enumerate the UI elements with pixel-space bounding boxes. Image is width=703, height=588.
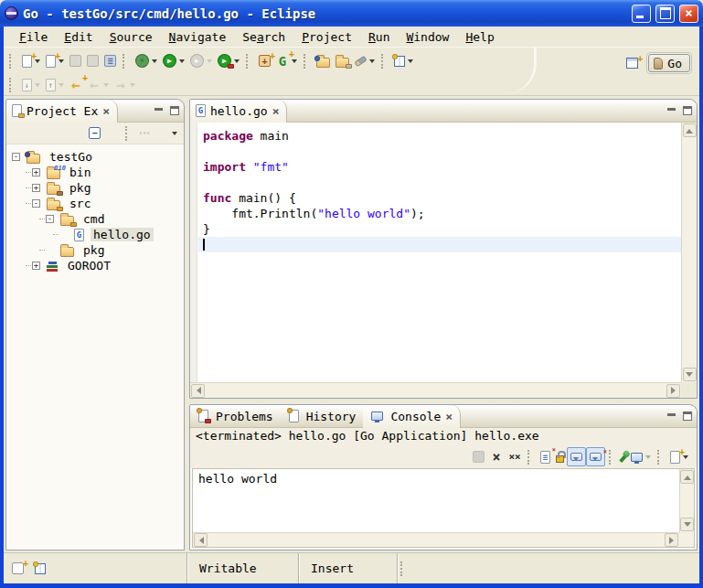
new-go-file-icon[interactable]: G+ <box>273 51 300 71</box>
display-console-icon[interactable] <box>628 447 654 467</box>
open-console-icon[interactable]: + <box>667 447 691 467</box>
close-button[interactable] <box>679 5 698 23</box>
run-last-icon[interactable]: ▶ <box>187 51 215 71</box>
project-explorer-tab[interactable]: Project Ex <box>6 100 118 123</box>
forward-icon[interactable]: → <box>112 75 138 95</box>
collapse-expander-icon[interactable]: - <box>32 199 40 208</box>
code-line[interactable] <box>198 144 681 159</box>
tree-item-cmd[interactable]: -cmd <box>6 211 184 227</box>
tree-item-label[interactable]: pkg <box>67 181 93 195</box>
run-icon[interactable]: ▶ <box>160 51 187 71</box>
console-vertical-scrollbar[interactable] <box>679 469 694 532</box>
debug-icon[interactable]: ☼ <box>133 51 160 71</box>
next-annotation-icon[interactable]: ↓ <box>19 75 43 95</box>
layout-columns-icon2[interactable] <box>32 559 48 579</box>
scroll-down-icon[interactable] <box>683 368 697 381</box>
console-horizontal-scrollbar[interactable] <box>193 532 679 547</box>
save-all-icon[interactable] <box>84 51 101 71</box>
code-line[interactable]: } <box>198 221 681 237</box>
menu-edit[interactable]: Edit <box>56 29 101 45</box>
remove-launch-icon[interactable]: × <box>487 447 506 467</box>
code-line[interactable]: func main() { <box>198 190 681 206</box>
maximize-editor-icon[interactable] <box>683 106 692 115</box>
clear-console-icon[interactable]: ≡× <box>538 447 553 467</box>
show-stderr-icon[interactable]: × <box>586 447 605 466</box>
remove-all-terminated-icon[interactable]: ×× <box>506 447 524 467</box>
menu-run[interactable]: Run <box>360 29 398 45</box>
editor-tab-hello-go[interactable]: G hello.go <box>190 100 287 123</box>
new-go-package-icon[interactable]: ++ <box>256 51 273 71</box>
new-icon[interactable]: + <box>19 51 43 71</box>
close-view-icon[interactable] <box>445 410 453 423</box>
collapse-expander-icon[interactable]: - <box>12 153 20 161</box>
maximize-button[interactable] <box>655 5 675 23</box>
scroll-left-icon[interactable] <box>194 533 208 547</box>
code-line[interactable]: import "fmt" <box>198 159 681 175</box>
project-folder-icon[interactable] <box>24 147 43 167</box>
menu-search[interactable]: Search <box>234 29 293 45</box>
tree-item-label[interactable]: pkg <box>80 243 107 257</box>
tab-problems[interactable]: Problems <box>190 405 281 428</box>
link-editor-icon[interactable] <box>103 123 122 144</box>
prev-annotation-icon[interactable]: ↑ <box>43 75 67 95</box>
menu-window[interactable]: Window <box>398 29 457 45</box>
pin-console-icon[interactable] <box>619 447 628 467</box>
current-line[interactable] <box>198 237 681 252</box>
scroll-up-icon[interactable] <box>683 123 697 137</box>
fast-view-icon[interactable]: + <box>9 559 27 579</box>
scroll-right-icon[interactable] <box>665 533 678 547</box>
new-wizard-icon[interactable]: + <box>43 51 67 71</box>
collapse-all-icon[interactable]: − <box>86 123 103 144</box>
go-perspective-button[interactable]: Go <box>648 54 690 72</box>
tree-item-label[interactable]: bin <box>67 166 93 179</box>
collapse-expander-icon[interactable]: - <box>46 215 54 223</box>
tree-item-hello-go[interactable]: Ghello.go <box>6 227 184 242</box>
tab-console[interactable]: Console <box>363 405 461 428</box>
tab-history[interactable]: History <box>281 405 364 428</box>
terminate-icon[interactable] <box>470 447 487 467</box>
filters-icon[interactable]: ••• <box>135 123 154 144</box>
expand-expander-icon[interactable]: + <box>32 168 40 176</box>
tree-item-goroot[interactable]: +GOROOT <box>6 258 184 273</box>
scroll-up-icon[interactable] <box>680 470 694 484</box>
tree-item-label[interactable]: hello.go <box>91 228 154 241</box>
editor-vertical-scrollbar[interactable] <box>681 123 697 382</box>
code-line[interactable]: package main <box>198 128 681 144</box>
save-icon[interactable] <box>67 51 84 71</box>
tree-item-pkg[interactable]: +pkg <box>6 180 184 196</box>
scroll-left-icon[interactable] <box>191 384 205 398</box>
menu-project[interactable]: Project <box>293 29 360 45</box>
library-icon[interactable] <box>44 256 61 276</box>
open-resource-icon[interactable] <box>333 51 352 71</box>
tree-item-src[interactable]: -src <box>6 196 184 211</box>
console-tab-icon[interactable] <box>368 406 386 426</box>
menu-source[interactable]: Source <box>101 29 161 45</box>
print-icon[interactable]: ≡ <box>101 51 119 71</box>
minimize-editor-icon[interactable] <box>666 107 676 115</box>
expand-expander-icon[interactable]: + <box>32 262 40 270</box>
code-line[interactable]: fmt.Println("hello world"); <box>198 206 681 221</box>
open-type-icon[interactable] <box>314 51 333 71</box>
annotation-ruler[interactable] <box>190 123 197 382</box>
view-menu-icon[interactable] <box>154 123 180 144</box>
last-edit-location-icon[interactable]: ←+ <box>67 75 85 95</box>
layout-columns-icon[interactable] <box>391 51 416 71</box>
scroll-lock-icon[interactable] <box>553 447 567 467</box>
editor-horizontal-scrollbar[interactable] <box>190 382 681 398</box>
scroll-right-icon[interactable] <box>666 384 680 398</box>
tree-item-label[interactable]: GOROOT <box>65 259 113 273</box>
close-editor-icon[interactable] <box>272 104 280 118</box>
console-output[interactable]: hello world <box>193 469 679 532</box>
maximize-view-icon[interactable] <box>683 412 692 421</box>
expand-expander-icon[interactable]: + <box>32 184 40 192</box>
tree-item-testgo[interactable]: -testGo <box>6 149 184 165</box>
scroll-down-icon[interactable] <box>680 518 694 531</box>
search-icon[interactable] <box>352 51 378 71</box>
problems-icon[interactable] <box>196 406 211 426</box>
tree-item-pkg[interactable]: pkg <box>6 242 184 258</box>
back-icon[interactable]: ← <box>85 75 112 95</box>
menu-file[interactable]: File <box>11 29 56 45</box>
minimize-view-icon[interactable] <box>154 107 164 115</box>
menu-navigate[interactable]: Navigate <box>161 29 235 45</box>
menu-help[interactable]: Help <box>457 29 502 45</box>
